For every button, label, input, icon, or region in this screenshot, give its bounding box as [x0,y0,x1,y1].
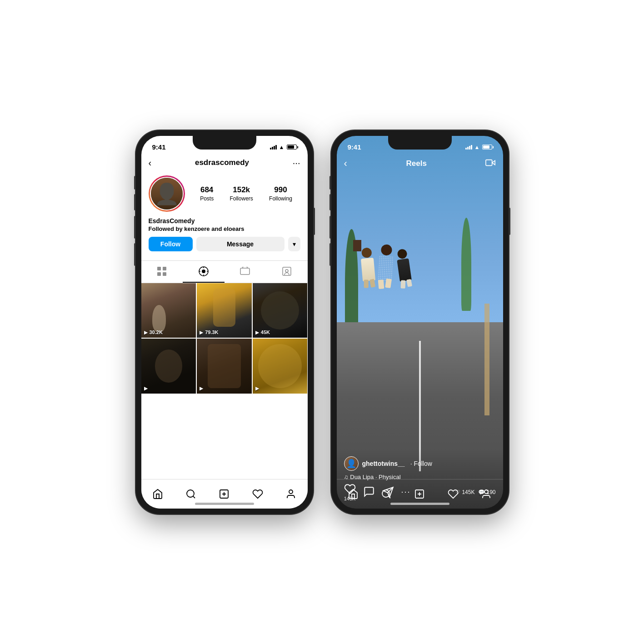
grid-item-5-count: ▶ [200,386,203,391]
grid-item-3-count: ▶ 45K [255,329,270,335]
stat-posts[interactable]: 684 Posts [200,185,214,202]
stat-following[interactable]: 990 Following [269,185,292,202]
grid-item-2-count: ▶ 79.3K [200,329,218,335]
wifi-icon: ▲ [279,144,285,150]
notch-2 [388,136,452,150]
action-buttons: Follow Message ▾ [149,237,300,251]
svg-rect-3 [163,272,166,276]
svg-line-25 [389,496,390,498]
svg-rect-2 [157,272,161,276]
stats-row: 684 Posts 152k Followers 990 Following [192,185,300,202]
phone1-screen: 9:41 ▲ ‹ esdrascomedy [141,136,308,509]
svg-rect-13 [283,267,291,275]
avatar-ring [149,175,185,212]
phone-profile: 9:41 ▲ ‹ esdrascomedy [136,130,313,514]
tab-grid[interactable] [141,261,183,283]
nav-activity-2[interactable] [443,484,463,504]
reels-title: Reels [406,159,426,168]
followed-by-prefix: Followed by [149,225,185,232]
grid-item-3[interactable]: ▶ 45K [253,283,308,338]
nav-new-post[interactable] [214,484,234,504]
play-icon-2: ▶ [200,330,203,335]
message-button[interactable]: Message [196,237,285,251]
status-time: 9:41 [152,143,166,151]
nav-search[interactable] [181,484,201,504]
svg-rect-0 [157,267,161,270]
profile-username: esdrascomedy [195,158,249,167]
signal-icon-2 [465,145,472,150]
profile-header: ‹ esdrascomedy ··· [141,156,308,172]
follow-button[interactable]: Follow [149,237,193,251]
profile-top: 684 Posts 152k Followers 990 Following [149,175,300,212]
svg-point-20 [289,490,293,494]
grid-item-4[interactable]: ▶ [141,339,196,394]
battery-icon [287,145,297,150]
following-count: 990 [274,185,287,195]
play-icon-6: ▶ [255,386,259,391]
nav-home[interactable] [148,484,168,504]
followed-by-user2[interactable]: eloears [224,225,245,232]
reel-follow-button[interactable]: · Follow [410,460,432,467]
reels-back-button[interactable]: ‹ [344,158,347,170]
phone-reels: 9:41 ▲ ‹ Reels [331,130,509,514]
nav-profile-2[interactable] [476,484,496,504]
grid-item-6-count: ▶ [255,386,259,391]
play-icon-4: ▶ [144,386,148,391]
svg-point-29 [484,490,488,494]
back-button[interactable]: ‹ [149,158,152,168]
reels-camera-button[interactable] [485,158,495,170]
play-icon-5: ▶ [200,386,203,391]
grid-item-2[interactable]: ▶ 79.3K [197,283,252,338]
nav-profile[interactable] [281,484,301,504]
followed-by-user1[interactable]: kenzoere [184,225,210,232]
bottom-nav-area [141,479,308,509]
count-label: 30.2K [150,329,163,335]
nav-search-2[interactable] [376,484,396,504]
avatar-container [149,175,185,212]
nav-new-post-2[interactable] [409,484,429,504]
signal-icon [270,145,277,150]
play-icon-3: ▶ [255,330,259,335]
grid-item-5[interactable]: ▶ [197,339,252,394]
play-icon: ▶ [144,330,148,335]
bottom-nav-area-2 [337,479,503,509]
tab-reels[interactable] [183,261,225,283]
notch [193,136,256,150]
tab-tagged[interactable] [266,261,308,283]
avatar [150,177,184,210]
dancing-figures [361,248,409,281]
posts-count: 684 [200,185,213,195]
grid-item-1[interactable]: ▶ 30.2K [141,283,196,338]
grid-item-1-count: ▶ 30.2K [144,329,163,335]
svg-point-24 [382,490,389,497]
tab-igtv[interactable] [225,261,266,283]
posts-label: Posts [200,195,214,202]
nav-activity[interactable] [248,484,268,504]
stat-followers[interactable]: 152k Followers [230,185,253,202]
followed-by-joiner: and [210,225,224,232]
battery-icon-2 [482,145,492,150]
phone2-screen: 9:41 ▲ ‹ Reels [337,136,503,509]
dropdown-button[interactable]: ▾ [288,237,300,251]
svg-line-16 [193,496,195,498]
count-label-3: 45K [261,329,270,335]
grid-item-6[interactable]: ▶ [253,339,308,394]
status-icons-2: ▲ [465,144,492,150]
home-indicator [195,503,254,505]
svg-rect-21 [486,160,492,165]
grid-item-4-count: ▶ [144,386,148,391]
reels-header: ‹ Reels [337,156,503,174]
avatar-face [151,178,183,210]
nav-home-2[interactable] [343,484,363,504]
media-grid: ▶ 30.2K ▶ 79.3K [141,283,308,394]
more-button[interactable]: ··· [293,158,300,168]
svg-point-14 [285,270,288,272]
wifi-icon-2: ▲ [474,144,480,150]
followed-by-text: Followed by kenzoere and eloears [149,225,300,232]
followers-count: 152k [233,185,250,195]
reel-username[interactable]: ghettotwins__ [362,460,405,467]
svg-point-15 [187,490,194,497]
following-label: Following [269,195,292,202]
reel-user-row: 👤 ghettotwins__ · Follow [344,456,496,471]
profile-tabs [141,260,308,283]
